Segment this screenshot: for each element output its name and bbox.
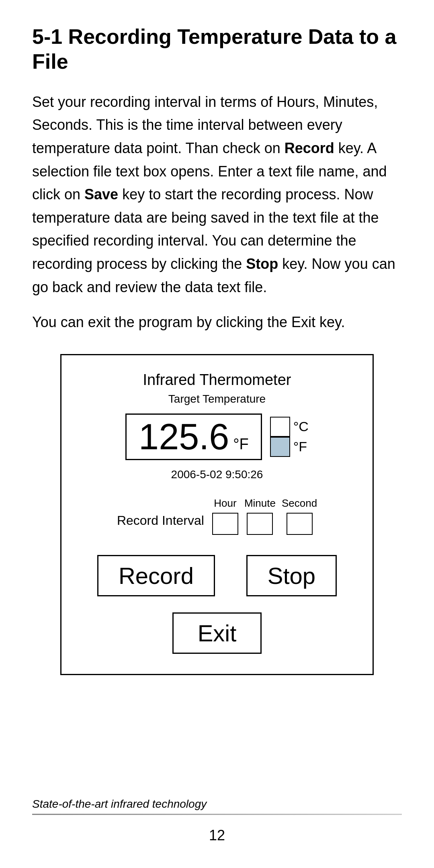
page-number: 12	[32, 827, 402, 844]
record-interval-label: Record Interval	[117, 513, 204, 528]
minute-input[interactable]	[247, 513, 273, 535]
page-title: 5-1 Recording Temperature Data to a File	[32, 24, 402, 74]
desc-bold-1: Record	[285, 140, 334, 156]
minute-label: Minute	[244, 497, 276, 510]
desc-bold-2: Save	[84, 186, 118, 203]
timestamp: 2006-5-02 9:50:26	[82, 468, 352, 481]
main-button-row: Record Stop	[82, 555, 352, 596]
exit-text-1: You can exit the program by clicking the	[32, 314, 291, 330]
hour-label: Hour	[214, 497, 236, 510]
temperature-row: 125.6 °F °C °F	[82, 414, 352, 460]
second-label: Second	[282, 497, 317, 510]
temperature-display: 125.6 °F	[125, 414, 262, 460]
exit-row: Exit	[82, 612, 352, 654]
minute-field: Minute	[244, 497, 276, 535]
second-input[interactable]	[287, 513, 313, 535]
celsius-box[interactable]	[270, 417, 290, 437]
celsius-option[interactable]: °C	[270, 417, 309, 437]
hour-input[interactable]	[212, 513, 238, 535]
footer-line	[32, 814, 402, 815]
panel-subtitle: Target Temperature	[82, 393, 352, 405]
panel-title: Infrared Thermometer	[82, 371, 352, 389]
exit-description: You can exit the program by clicking the…	[32, 311, 402, 334]
temperature-value: 125.6	[139, 419, 229, 455]
record-interval-row: Record Interval Hour Minute Second	[82, 497, 352, 535]
fahrenheit-label: °F	[293, 439, 307, 454]
exit-text-2: key.	[315, 314, 345, 330]
stop-button[interactable]: Stop	[246, 555, 337, 596]
footer-area: State-of-the-art infrared technology 12	[32, 774, 402, 844]
second-field: Second	[282, 497, 317, 535]
page-content: 5-1 Recording Temperature Data to a File…	[32, 24, 402, 844]
hour-field: Hour	[212, 497, 238, 535]
fahrenheit-option[interactable]: °F	[270, 437, 309, 457]
description-paragraph: Set your recording interval in terms of …	[32, 90, 402, 299]
celsius-label: °C	[293, 419, 309, 434]
exit-button[interactable]: Exit	[172, 612, 262, 654]
ui-panel: Infrared Thermometer Target Temperature …	[60, 354, 374, 675]
exit-bold: Exit	[291, 314, 315, 330]
footer-tagline: State-of-the-art infrared technology	[32, 798, 402, 811]
record-button[interactable]: Record	[97, 555, 215, 596]
desc-bold-3: Stop	[246, 256, 278, 272]
temperature-unit: °F	[233, 436, 248, 453]
interval-fields: Hour Minute Second	[212, 497, 317, 535]
unit-selector: °C °F	[270, 417, 309, 457]
fahrenheit-box[interactable]	[270, 437, 290, 457]
